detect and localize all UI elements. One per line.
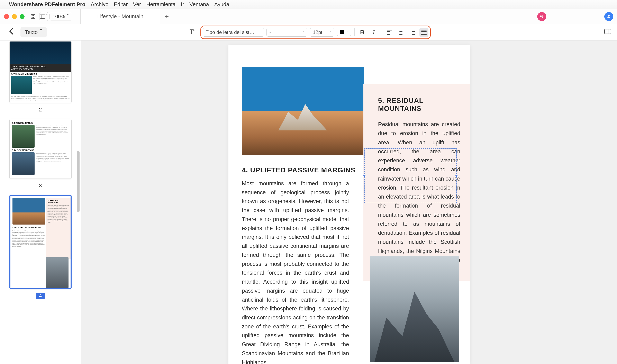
font-style-dropdown[interactable]: - ˅ [267,28,307,37]
body-residual[interactable]: Residual mountains are created due to er… [373,120,460,274]
menu-archivo[interactable]: Archivo [91,1,109,8]
page-thumbnail[interactable]: TYPE OF MOUNTAINS AND HOW ARE THEY FORME… [9,41,72,103]
scrollbar-thumb[interactable] [77,151,79,212]
thumb2-section: 1. VOLCANIC MOUNTAINS [10,72,71,76]
thumb3-section-b: 3. BLOCK MOUNTAINS [12,149,69,152]
svg-rect-0 [31,14,33,16]
svg-point-6 [608,15,610,17]
account-avatar-icon[interactable] [604,12,613,21]
menu-ir[interactable]: Ir [181,1,184,8]
page-number-label: 3 [5,182,76,189]
app-name[interactable]: Wondershare PDFelement Pro [9,1,86,8]
page-4[interactable]: 4. UPLIFTED PASSIVE MARGINS Most mountai… [229,45,470,364]
text-format-group-highlight: Tipo de letra del sist… ˅ - ˅ 12pt ˅ ˅ B… [200,26,431,39]
edit-toolbar: Texto ˅ Tipo de letra del sist… ˅ - ˅ 12… [0,24,617,40]
text-mode-button[interactable]: Texto ˅ [20,27,47,38]
divider [354,28,355,36]
font-family-value: Tipo de letra del sist… [206,29,254,35]
tab-label: Lifestyle - Mountain [97,13,143,20]
italic-button[interactable]: I [369,28,378,37]
font-style-value: - [270,29,271,35]
menu-editar[interactable]: Editar [114,1,128,8]
align-center-button[interactable] [397,28,406,37]
zoom-value: 100% [52,14,65,19]
svg-rect-2 [31,17,33,19]
document-canvas[interactable]: 4. UPLIFTED PASSIVE MARGINS Most mountai… [81,40,617,364]
maximize-window-button[interactable] [20,14,25,19]
grid-view-icon[interactable] [29,12,38,21]
bold-button[interactable]: B [358,28,367,37]
svg-rect-3 [34,17,35,19]
thumb4-right-title: 5. RESIDUAL MOUNTAINS [48,200,69,204]
macos-menubar: Wondershare PDFelement Pro Archivo Edita… [0,0,617,9]
close-window-button[interactable] [4,14,9,19]
menu-ventana[interactable]: Ventana [189,1,209,8]
minimize-window-button[interactable] [12,14,17,19]
window-controls [4,14,25,19]
window-titlebar: ˅ 100% ˅ Lifestyle - Mountain + % [0,9,617,24]
page-thumbnail[interactable]: 2. FOLD MOUNTAINS Fold mountains are for… [9,119,72,179]
zoom-dropdown[interactable]: 100% ˅ [50,13,72,20]
heading-residual[interactable]: 5. RESIDUAL MOUNTAINS [373,97,460,113]
thumb4-left-title: 4. UPLIFTED PASSIVE MARGINS [13,227,41,229]
new-tab-button[interactable]: + [160,9,173,24]
menu-ver[interactable]: Ver [133,1,141,8]
document-tab[interactable]: Lifestyle - Mountain [80,9,160,24]
thumb2-title-line1: TYPE OF MOUNTAINS AND HOW [11,65,70,68]
thumb2-title-line2: ARE THEY FORMED [11,68,70,71]
promo-badge-icon[interactable]: % [537,12,546,21]
thumb3-section-a: 2. FOLD MOUNTAINS [12,122,69,124]
body-uplifted[interactable]: Most mountains are formed through a sequ… [242,179,349,364]
divider [382,28,382,36]
align-right-button[interactable] [408,28,417,37]
font-size-value: 12pt [313,29,322,35]
add-text-icon[interactable] [187,28,198,37]
color-swatch-icon [340,30,344,34]
align-justify-button[interactable] [419,28,428,37]
menu-herramienta[interactable]: Herramienta [146,1,176,8]
sidebar-toggle-icon[interactable]: ˅ [39,12,48,21]
menu-ayuda[interactable]: Ayuda [214,1,229,8]
thumbnail-sidebar: TYPE OF MOUNTAINS AND HOW ARE THEY FORME… [0,40,81,364]
font-color-dropdown[interactable]: ˅ [337,29,351,36]
align-left-button[interactable] [385,28,394,37]
mountain-photo-bottom [370,256,459,362]
text-mode-label: Texto [25,29,38,35]
heading-uplifted[interactable]: 4. UPLIFTED PASSIVE MARGINS [242,166,355,174]
font-family-dropdown[interactable]: Tipo de letra del sist… ˅ [203,28,264,37]
tab-strip: Lifestyle - Mountain + [80,9,617,24]
font-size-dropdown[interactable]: 12pt ˅ [310,28,334,37]
back-button[interactable] [6,27,17,38]
page-thumbnail-selected[interactable]: 5. RESIDUAL MOUNTAINS Residual mountains… [9,195,72,289]
main-area: TYPE OF MOUNTAINS AND HOW ARE THEY FORME… [0,40,617,364]
page-number-label-selected: 4 [5,293,76,299]
right-panel: 5. RESIDUAL MOUNTAINS Residual mountains… [363,84,470,281]
svg-rect-7 [604,29,611,34]
svg-rect-4 [40,15,45,18]
page-number-label: 2 [5,106,76,113]
sidebar-scrollbar[interactable] [77,40,79,364]
svg-rect-1 [34,14,35,16]
properties-panel-toggle-icon[interactable] [604,29,611,36]
mountain-photo-top [242,67,364,155]
